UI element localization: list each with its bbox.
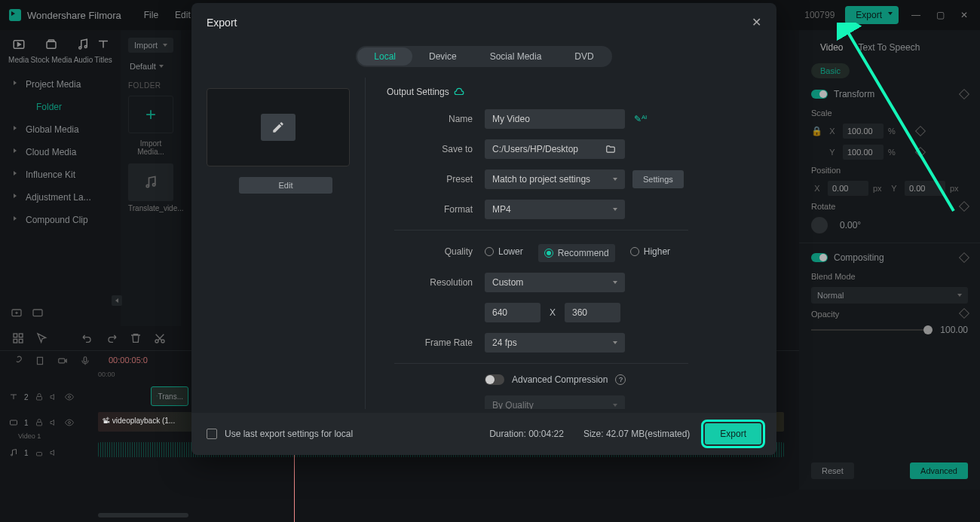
quality-higher-radio[interactable]: Higher [630,246,670,257]
duration-info: Duration: 00:04:22 [489,429,564,439]
export-tab-dvd[interactable]: DVD [558,47,610,66]
quality-recommend-radio[interactable]: Recommend [538,244,615,262]
compression-mode-select: By Quality [485,395,625,409]
advanced-compression-toggle[interactable] [485,374,504,385]
name-label: Name [387,114,485,124]
export-dialog: Export ✕ Local Device Social Media DVD E… [191,3,776,455]
resolution-height-input[interactable] [565,303,620,322]
output-settings-label: Output Settings [387,87,761,97]
quality-lower-radio[interactable]: Lower [485,246,523,257]
quality-label: Quality [387,246,485,257]
save-to-label: Save to [387,144,485,154]
advanced-compression-label: Advanced Compression [512,374,608,385]
framerate-select[interactable]: 24 fps [485,333,625,353]
resolution-x: X [550,307,556,318]
export-tab-device[interactable]: Device [412,47,473,66]
edit-preview-button[interactable]: Edit [239,177,332,194]
format-select[interactable]: MP4 [485,200,625,219]
use-last-settings-checkbox[interactable] [207,429,217,439]
edit-pencil-icon [261,114,296,141]
export-confirm-button[interactable]: Export [705,423,761,444]
preview-thumbnail [207,88,350,166]
resolution-select[interactable]: Custom [485,273,625,292]
name-input[interactable] [485,109,625,129]
dialog-title: Export [207,17,237,29]
size-info: Size: 42.07 MB(estimated) [583,429,690,439]
format-label: Format [387,204,485,215]
preset-label: Preset [387,174,485,185]
save-to-input[interactable] [485,139,625,159]
preset-select[interactable]: Match to project settings [485,169,625,189]
info-icon[interactable]: ? [615,374,626,385]
framerate-label: Frame Rate [387,337,485,348]
resolution-width-input[interactable] [485,303,541,322]
preset-settings-button[interactable]: Settings [632,170,684,188]
ai-rename-icon[interactable]: ✎ᴬᴵ [634,114,647,124]
browse-folder-icon[interactable] [605,144,616,154]
export-tab-social[interactable]: Social Media [473,47,559,66]
export-tab-local[interactable]: Local [357,47,412,66]
use-last-settings-label: Use last export settings for local [225,429,353,439]
close-dialog-icon[interactable]: ✕ [752,15,761,29]
cloud-icon [454,87,464,97]
resolution-label: Resolution [387,277,485,288]
